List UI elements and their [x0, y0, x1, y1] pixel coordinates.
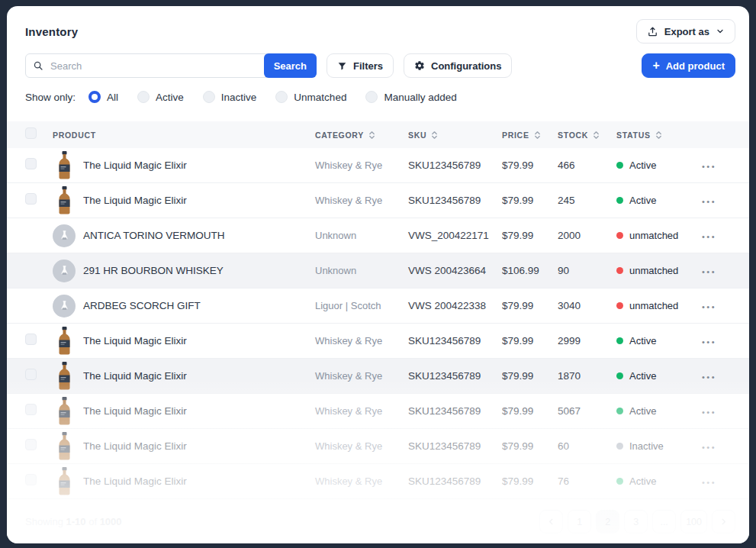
price-cell: $79.99	[502, 230, 558, 241]
row-menu-button[interactable]: •••	[702, 443, 716, 452]
sku-cell: SKU123456789	[408, 475, 502, 487]
status-dot-icon	[616, 232, 623, 239]
sku-cell: SKU123456789	[408, 335, 502, 347]
inventory-panel: Inventory Export as Search Filters	[7, 6, 749, 543]
row-checkbox[interactable]	[25, 404, 37, 415]
product-name: ANTICA TORINO VERMOUTH	[83, 230, 225, 241]
status-cell: Inactive	[616, 440, 702, 452]
add-product-button[interactable]: + Add product	[642, 53, 735, 78]
sku-cell: SKU123456789	[408, 405, 502, 417]
column-header[interactable]: SKU	[408, 131, 502, 140]
row-menu-button[interactable]: •••	[702, 232, 716, 241]
row-checkbox[interactable]	[25, 474, 37, 485]
filter-radio-label: Active	[156, 92, 184, 103]
row-menu-button[interactable]: •••	[702, 478, 716, 487]
filter-radio[interactable]: Active	[137, 91, 184, 103]
status-dot-icon	[616, 302, 623, 309]
table-row[interactable]: 291 HR BOURBON WHISKEY Unknown VWS 20042…	[7, 253, 749, 289]
row-menu-button[interactable]: •••	[702, 267, 716, 276]
row-menu-button[interactable]: •••	[702, 162, 716, 171]
row-menu-button[interactable]: •••	[702, 372, 716, 382]
row-actions-cell: •••	[702, 159, 735, 172]
bottle-icon	[53, 397, 76, 425]
table-row[interactable]: ANTICA TORINO VERMOUTH Unknown VWS_20042…	[7, 218, 749, 253]
sku-cell: VWS 200423664	[408, 265, 502, 276]
row-checkbox[interactable]	[25, 158, 37, 169]
filter-radio[interactable]: Unmatched	[275, 91, 346, 103]
status-label: Active	[629, 160, 656, 171]
export-as-button[interactable]: Export as	[636, 19, 735, 44]
stock-cell: 1870	[558, 370, 616, 382]
row-checkbox[interactable]	[25, 439, 37, 450]
bottle-icon	[53, 186, 76, 214]
table-row[interactable]: The Liquid Magic Elixir Whiskey & Rye SK…	[7, 464, 749, 499]
row-actions-cell: •••	[702, 264, 735, 278]
column-header[interactable]: Category	[315, 131, 408, 140]
add-product-label: Add product	[666, 60, 725, 72]
row-checkbox[interactable]	[25, 369, 37, 380]
stock-cell: 2000	[558, 230, 616, 241]
row-menu-button[interactable]: •••	[702, 197, 716, 206]
price-cell: $79.99	[502, 195, 558, 206]
table-row[interactable]: The Liquid Magic Elixir Whiskey & Rye SK…	[7, 429, 749, 464]
radio-circle-icon	[88, 91, 101, 103]
select-all-checkbox[interactable]	[25, 127, 37, 139]
table-row[interactable]: The Liquid Magic Elixir Whiskey & Rye SK…	[7, 394, 749, 429]
column-header[interactable]: Stock	[558, 131, 616, 140]
row-actions-cell: •••	[702, 229, 735, 243]
row-menu-button[interactable]: •••	[702, 302, 716, 311]
pagination-ellipsis[interactable]: ...	[652, 510, 676, 533]
column-header[interactable]: Status	[616, 131, 702, 140]
table-row[interactable]: The Liquid Magic Elixir Whiskey & Rye SK…	[7, 183, 749, 218]
pagination-page-button[interactable]: 100	[680, 510, 707, 533]
filter-radio[interactable]: All	[88, 91, 118, 103]
column-header[interactable]: Product	[53, 131, 315, 140]
filter-radio[interactable]: Inactive	[203, 91, 257, 103]
table-header-row: Product Category SKU Price Stock Status	[7, 121, 749, 148]
search-group: Search	[25, 53, 317, 78]
table-row[interactable]: The Liquid Magic Elixir Whiskey & Rye SK…	[7, 359, 749, 394]
column-header-label: SKU	[408, 131, 426, 140]
flask-avatar	[53, 259, 76, 282]
product-name: ARDBEG SCORCH GIFT	[83, 300, 201, 311]
pagination-next-button[interactable]	[712, 510, 735, 533]
pagination-page-button[interactable]: 2	[596, 510, 619, 533]
pagination-page-button[interactable]: 3	[624, 510, 648, 533]
bottle-icon	[53, 432, 76, 460]
search-button[interactable]: Search	[264, 53, 317, 78]
row-checkbox-cell	[25, 439, 53, 453]
row-actions-cell: •••	[702, 194, 735, 208]
funnel-icon	[337, 61, 347, 71]
column-header[interactable]: Price	[502, 131, 558, 140]
status-label: Active	[629, 370, 656, 382]
sku-cell: SKU123456789	[408, 195, 502, 206]
table-row[interactable]: The Liquid Magic Elixir Whiskey & Rye SK…	[7, 324, 749, 359]
page-title: Inventory	[25, 25, 78, 38]
status-cell: unmatched	[616, 300, 702, 311]
pagination-page-button[interactable]: 1	[568, 510, 591, 533]
product-cell: The Liquid Magic Elixir	[53, 362, 315, 390]
filters-button[interactable]: Filters	[327, 53, 394, 78]
row-menu-button[interactable]: •••	[702, 337, 716, 347]
table-row[interactable]: ARDBEG SCORCH GIFT Liguor | Scotch VWS 2…	[7, 289, 749, 324]
show-only-filter-bar: Show only: All Active Inactive Unmatched…	[7, 78, 749, 113]
filter-radio-label: Inactive	[221, 92, 257, 103]
price-cell: $79.99	[502, 335, 558, 347]
table-row[interactable]: The Liquid Magic Elixir Whiskey & Rye SK…	[7, 148, 749, 183]
status-dot-icon	[616, 443, 623, 450]
stock-cell: 76	[558, 475, 616, 487]
row-checkbox-cell	[25, 474, 53, 488]
radio-circle-icon	[275, 91, 288, 103]
price-cell: $106.99	[502, 265, 558, 276]
pagination-prev-button[interactable]	[539, 510, 563, 533]
row-checkbox[interactable]	[25, 193, 37, 205]
product-cell: ANTICA TORINO VERMOUTH	[53, 224, 315, 247]
row-menu-button[interactable]: •••	[702, 408, 716, 417]
configurations-button[interactable]: Configurations	[404, 53, 512, 78]
status-dot-icon	[616, 372, 623, 379]
row-checkbox[interactable]	[25, 334, 37, 345]
product-cell: ARDBEG SCORCH GIFT	[53, 295, 315, 318]
filter-radio[interactable]: Manually added	[365, 91, 456, 103]
sku-cell: VWS 200422338	[408, 300, 502, 311]
price-cell: $79.99	[502, 440, 558, 452]
